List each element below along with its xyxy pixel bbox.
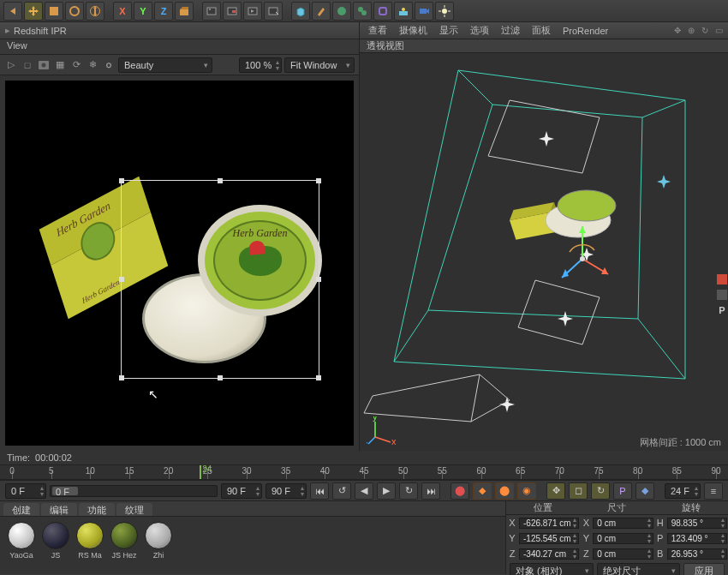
axis-y-toggle[interactable]: Y bbox=[134, 2, 152, 21]
prev-frame-button[interactable]: ◀ bbox=[355, 482, 373, 500]
vp-menu-filter[interactable]: 过滤 bbox=[501, 24, 520, 37]
light-icon[interactable] bbox=[435, 2, 454, 21]
material-item[interactable]: RS Ma bbox=[74, 522, 106, 569]
render-view[interactable]: Herb Garden Herb Garden Herb Garden bbox=[5, 81, 354, 446]
ipr-pass-dropdown[interactable]: Beauty bbox=[118, 57, 212, 73]
play-button[interactable]: ▶ bbox=[377, 482, 396, 500]
range-start-field[interactable]: 0 F▴▾ bbox=[5, 483, 46, 499]
timeline-slider[interactable]: 0 F bbox=[50, 485, 218, 497]
pen-tool-icon[interactable] bbox=[312, 2, 331, 21]
vp-menu-prorender[interactable]: ProRender bbox=[563, 26, 608, 36]
goto-end-button[interactable]: ⏭ bbox=[421, 482, 440, 500]
deformer-icon[interactable] bbox=[373, 2, 392, 21]
material-shelf[interactable]: YaoGaJSRS MaJS HezZhi bbox=[0, 517, 505, 574]
coord-pos-field[interactable]: -125.545 cm▴▾ bbox=[519, 533, 579, 544]
ipr-view-menu[interactable]: View bbox=[0, 39, 359, 55]
dock-p-icon[interactable]: P bbox=[717, 305, 727, 315]
tab-edit[interactable]: 编辑 bbox=[41, 503, 77, 516]
ipr-bucket-icon[interactable]: ▦ bbox=[53, 58, 67, 72]
fps-field[interactable]: 24 F▴▾ bbox=[665, 483, 701, 499]
material-item[interactable]: Zhi bbox=[142, 522, 175, 569]
ipr-snow-icon[interactable]: ❄ bbox=[86, 58, 99, 72]
key-scale-button[interactable]: ◻ bbox=[569, 482, 588, 500]
dock-grey-icon[interactable] bbox=[717, 290, 727, 300]
key-param-button[interactable]: P bbox=[613, 482, 632, 500]
vp-nav-3-icon[interactable]: ↻ bbox=[699, 24, 711, 36]
coord-rot-field[interactable]: 123.409 °▴▾ bbox=[667, 533, 727, 544]
ipr-refresh-icon[interactable]: ⟳ bbox=[69, 58, 83, 72]
perspective-viewport[interactable]: y x z 网格间距 : 1000 cm bbox=[360, 53, 728, 451]
record-button[interactable]: ⬤ bbox=[451, 482, 469, 500]
camera-icon[interactable] bbox=[415, 2, 433, 21]
render-region-marquee[interactable] bbox=[121, 180, 319, 379]
render-region-icon[interactable] bbox=[223, 2, 242, 21]
tab-texture[interactable]: 纹理 bbox=[116, 503, 152, 516]
ipr-lock-icon[interactable]: ⭘ bbox=[102, 58, 116, 72]
timeline-ruler[interactable]: 051015202530354045505560657075808590 bbox=[0, 464, 728, 480]
vp-menu-display[interactable]: 显示 bbox=[439, 24, 458, 37]
vp-menu-view[interactable]: 查看 bbox=[368, 24, 387, 37]
playhead[interactable] bbox=[200, 465, 201, 479]
ipr-zoom-field[interactable]: 100 %▴▾ bbox=[239, 57, 282, 73]
range-end-field[interactable]: 90 F▴▾ bbox=[221, 483, 262, 499]
axis-z-toggle[interactable]: Z bbox=[154, 2, 173, 21]
svg-point-23 bbox=[42, 63, 46, 67]
ipr-panel-header[interactable]: ▸ Redshift IPR bbox=[0, 22, 359, 39]
vp-menu-camera[interactable]: 摄像机 bbox=[399, 24, 427, 37]
vp-nav-1-icon[interactable]: ✥ bbox=[671, 24, 683, 36]
vp-nav-2-icon[interactable]: ⊕ bbox=[685, 24, 697, 36]
collapse-icon[interactable]: ▸ bbox=[5, 25, 10, 36]
last-tool-icon[interactable] bbox=[86, 2, 104, 21]
coord-rot-field[interactable]: 26.953 °▴▾ bbox=[667, 548, 727, 560]
environment-icon[interactable] bbox=[394, 2, 413, 21]
tab-create[interactable]: 创建 bbox=[3, 503, 39, 516]
coord-size-field[interactable]: 0 cm▴▾ bbox=[593, 533, 653, 544]
range-end2-field[interactable]: 90 F▴▾ bbox=[266, 483, 307, 499]
key-pos-button[interactable]: ✥ bbox=[546, 482, 565, 500]
coord-pos-field[interactable]: -626.871 cm▴▾ bbox=[519, 518, 579, 529]
vp-nav-4-icon[interactable]: ▭ bbox=[713, 24, 725, 36]
nurbs-icon[interactable] bbox=[332, 2, 351, 21]
ipr-snapshot-icon[interactable] bbox=[37, 58, 51, 72]
tab-function[interactable]: 功能 bbox=[79, 503, 115, 516]
ipr-stop-icon[interactable]: □ bbox=[21, 58, 34, 72]
coord-mode1-dropdown[interactable]: 对象 (相对) bbox=[510, 563, 594, 575]
coord-rot-axis: B bbox=[654, 548, 666, 559]
coord-size-field[interactable]: 0 cm▴▾ bbox=[593, 548, 653, 560]
render-settings-icon[interactable] bbox=[264, 2, 283, 21]
dock-red-icon[interactable] bbox=[717, 274, 727, 285]
coord-rot-field[interactable]: 98.835 °▴▾ bbox=[667, 518, 727, 529]
undo-icon[interactable] bbox=[3, 2, 22, 21]
vp-menu-panel[interactable]: 面板 bbox=[532, 24, 551, 37]
viewport-tab[interactable]: 透视视图 bbox=[360, 39, 728, 53]
material-item[interactable]: JS bbox=[39, 522, 72, 569]
coord-mode2-dropdown[interactable]: 绝对尺寸 bbox=[597, 563, 681, 575]
generator-icon[interactable] bbox=[353, 2, 372, 21]
key-rot-button[interactable]: ↻ bbox=[591, 482, 610, 500]
rotate-tool-icon[interactable] bbox=[65, 2, 84, 21]
vp-menu-options[interactable]: 选项 bbox=[470, 24, 489, 37]
autokey-button[interactable]: ◆ bbox=[473, 482, 492, 500]
coord-size-field[interactable]: 0 cm▴▾ bbox=[593, 518, 653, 529]
material-item[interactable]: YaoGa bbox=[5, 522, 38, 569]
ipr-start-icon[interactable]: ▷ bbox=[4, 58, 18, 72]
scale-tool-icon[interactable] bbox=[45, 2, 63, 21]
axis-x-toggle[interactable]: X bbox=[113, 2, 132, 21]
coord-pos-field[interactable]: -340.27 cm▴▾ bbox=[519, 548, 579, 560]
ipr-fit-dropdown[interactable]: Fit Window bbox=[284, 57, 355, 73]
key-all-button[interactable]: ◉ bbox=[517, 482, 536, 500]
next-frame-button[interactable]: ↻ bbox=[399, 482, 418, 500]
key-pla-button[interactable]: ◆ bbox=[636, 482, 654, 500]
prev-key-button[interactable]: ↺ bbox=[332, 482, 351, 500]
render-icon[interactable] bbox=[202, 2, 221, 21]
move-tool-icon[interactable] bbox=[24, 2, 43, 21]
keysel-button[interactable]: ⬤ bbox=[495, 482, 514, 500]
render-pv-icon[interactable] bbox=[243, 2, 262, 21]
coord-apply-button[interactable]: 应用 bbox=[683, 563, 725, 575]
timeline-menu-button[interactable]: ≡ bbox=[704, 482, 723, 500]
goto-start-button[interactable]: ⏮ bbox=[310, 482, 329, 500]
material-item[interactable]: JS Hez bbox=[108, 522, 140, 569]
cube-primitive-icon[interactable] bbox=[291, 2, 310, 21]
material-label: YaoGa bbox=[9, 551, 33, 560]
coord-system-icon[interactable] bbox=[175, 2, 194, 21]
